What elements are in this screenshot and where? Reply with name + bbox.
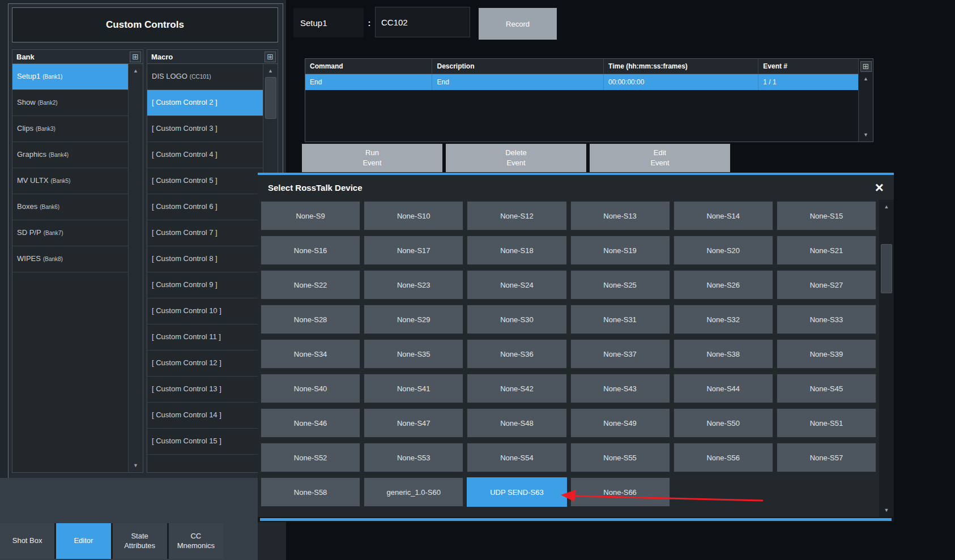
bank-item[interactable]: Boxes(Bank6)	[12, 194, 128, 220]
scroll-down-icon[interactable]: ▼	[129, 461, 143, 470]
device-button[interactable]: None-S40	[261, 374, 360, 403]
device-button[interactable]: None-S56	[673, 443, 773, 472]
device-button[interactable]: None-S19	[570, 236, 670, 265]
device-button[interactable]: None-S45	[777, 374, 876, 403]
device-button[interactable]: None-S42	[467, 374, 566, 403]
device-button[interactable]: None-S21	[777, 236, 876, 265]
device-button[interactable]: None-S9	[261, 201, 360, 230]
edit-event-button[interactable]: Edit Event	[590, 144, 730, 172]
tab-editor[interactable]: Editor	[56, 523, 110, 559]
setup-name-field[interactable]: Setup1	[293, 8, 364, 37]
cc-name-input[interactable]: CC102	[375, 7, 470, 37]
macro-item[interactable]: [ Custom Control 15 ]	[147, 429, 263, 455]
bank-scrollbar[interactable]: ▲ ▼	[128, 64, 143, 472]
scrollbar-thumb[interactable]	[265, 77, 276, 119]
macro-item[interactable]: DIS LOGO(CC101)	[147, 64, 263, 90]
device-button[interactable]: None-S54	[467, 443, 566, 472]
device-button[interactable]: None-S30	[467, 305, 566, 334]
device-button[interactable]: None-S53	[364, 443, 463, 472]
device-button[interactable]: None-S55	[570, 443, 670, 472]
device-button[interactable]: None-S46	[261, 408, 360, 438]
device-button[interactable]: None-S33	[777, 305, 876, 334]
device-button[interactable]: None-S14	[673, 201, 773, 230]
event-row[interactable]: EndEnd00:00:00:001 / 1	[305, 74, 858, 90]
device-button[interactable]: None-S12	[467, 201, 566, 230]
dialog-horizontal-scrollbar[interactable]	[258, 517, 894, 522]
bank-item[interactable]: Clips(Bank3)	[12, 116, 128, 142]
scroll-up-icon[interactable]: ▲	[263, 66, 278, 75]
macro-item[interactable]: [ Custom Control 3 ]	[147, 116, 263, 142]
device-button[interactable]: None-S31	[570, 305, 670, 334]
device-button[interactable]: None-S20	[673, 236, 773, 265]
macro-item[interactable]: [ Custom Control 14 ]	[147, 403, 263, 429]
device-button[interactable]: None-S29	[364, 305, 463, 334]
device-button[interactable]: UDP SEND-S63	[467, 477, 566, 507]
device-button[interactable]: None-S50	[673, 408, 773, 438]
macro-item[interactable]: [ Custom Control 13 ]	[147, 377, 263, 403]
device-button[interactable]: None-S24	[467, 270, 566, 300]
scroll-down-icon[interactable]: ▼	[879, 506, 894, 515]
device-button[interactable]: None-S58	[261, 477, 360, 507]
bank-item[interactable]: SD P/P(Bank7)	[12, 220, 128, 246]
macro-item[interactable]: [ Custom Control 7 ]	[147, 220, 263, 246]
device-button[interactable]: None-S23	[364, 270, 463, 300]
device-button[interactable]: None-S49	[570, 408, 670, 438]
bank-item[interactable]: WIPES(Bank8)	[12, 246, 128, 272]
device-button[interactable]: None-S36	[467, 339, 566, 369]
bank-item[interactable]: MV ULTX(Bank5)	[12, 168, 128, 194]
column-header[interactable]: Event #	[758, 59, 858, 74]
device-button[interactable]: None-S27	[777, 270, 876, 300]
device-button[interactable]: None-S34	[261, 339, 360, 369]
record-button[interactable]: Record	[479, 8, 557, 40]
dialog-scrollbar[interactable]: ▲ ▼	[879, 200, 894, 517]
device-button[interactable]: None-S17	[364, 236, 463, 265]
device-button[interactable]: None-S41	[364, 374, 463, 403]
device-button[interactable]: None-S16	[261, 236, 360, 265]
scroll-up-icon[interactable]: ▲	[129, 66, 143, 75]
macro-item[interactable]: [ Custom Control 2 ]	[147, 90, 263, 116]
macro-item[interactable]: [ Custom Control 6 ]	[147, 194, 263, 220]
device-button[interactable]: None-S18	[467, 236, 566, 265]
device-button[interactable]: None-S35	[364, 339, 463, 369]
macro-item[interactable]: [ Custom Control 11 ]	[147, 324, 263, 350]
bank-item[interactable]: Graphics(Bank4)	[12, 142, 128, 168]
column-header[interactable]: Time (hh:mm:ss:frames)	[604, 59, 758, 74]
scrollbar-thumb[interactable]	[260, 518, 892, 521]
macro-item[interactable]: [ Custom Control 10 ]	[147, 298, 263, 324]
device-button[interactable]: None-S25	[570, 270, 670, 300]
bank-item[interactable]: Show(Bank2)	[12, 90, 128, 116]
event-table-scrollbar[interactable]: ⊞ ▲ ▼	[858, 59, 873, 142]
device-button[interactable]: None-S52	[261, 443, 360, 472]
run-event-button[interactable]: Run Event	[302, 144, 442, 172]
macro-item[interactable]: [ Custom Control 8 ]	[147, 246, 263, 272]
device-button[interactable]: None-S66	[570, 477, 670, 507]
device-button[interactable]: None-S48	[467, 408, 566, 438]
tab-shot-box[interactable]: Shot Box	[0, 523, 54, 559]
bank-item[interactable]: Setup1(Bank1)	[12, 64, 128, 90]
device-button[interactable]: None-S38	[673, 339, 773, 369]
device-button[interactable]: None-S57	[777, 443, 876, 472]
column-options-icon[interactable]: ⊞	[130, 52, 141, 62]
device-button[interactable]: None-S43	[570, 374, 670, 403]
scroll-down-icon[interactable]: ▼	[859, 130, 873, 139]
tab-cc-mnemonics[interactable]: CC Mnemonics	[169, 523, 223, 559]
device-button[interactable]: None-S44	[673, 374, 773, 403]
device-button[interactable]: None-S32	[673, 305, 773, 334]
device-button[interactable]: None-S28	[261, 305, 360, 334]
device-button[interactable]: generic_1.0-S60	[364, 477, 463, 507]
device-button[interactable]: None-S13	[570, 201, 670, 230]
scrollbar-thumb[interactable]	[881, 244, 892, 293]
device-button[interactable]: None-S39	[777, 339, 876, 369]
column-header[interactable]: Description	[432, 59, 604, 74]
macro-item[interactable]: [ Custom Control 4 ]	[147, 142, 263, 168]
device-button[interactable]: None-S10	[364, 201, 463, 230]
device-button[interactable]: None-S15	[777, 201, 876, 230]
delete-event-button[interactable]: Delete Event	[446, 144, 586, 172]
macro-item[interactable]: [ Custom Control 5 ]	[147, 168, 263, 194]
device-button[interactable]: None-S37	[570, 339, 670, 369]
device-button[interactable]: None-S47	[364, 408, 463, 438]
device-button[interactable]: None-S22	[261, 270, 360, 300]
column-options-icon[interactable]: ⊞	[265, 52, 276, 62]
macro-item[interactable]: [ Custom Control 12 ]	[147, 350, 263, 377]
scroll-up-icon[interactable]: ▲	[859, 74, 873, 83]
